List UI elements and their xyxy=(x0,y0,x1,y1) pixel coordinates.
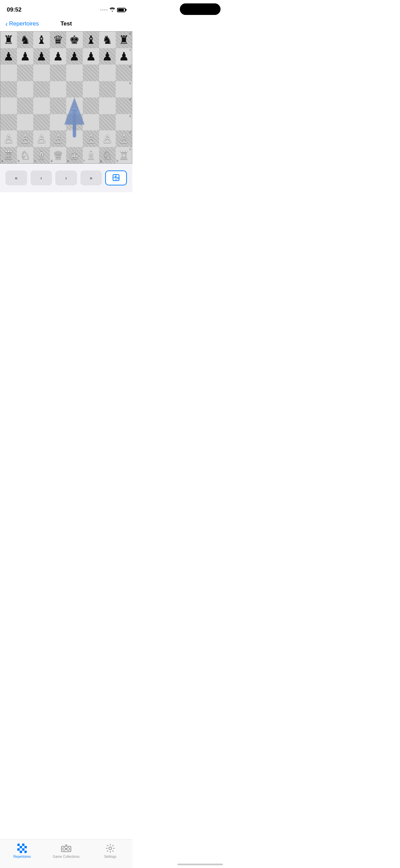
board-cell[interactable]: ♟ xyxy=(0,48,17,65)
board-cell[interactable]: ♜ xyxy=(0,32,17,48)
board-cell[interactable] xyxy=(50,81,66,98)
board-cell[interactable]: ♟ xyxy=(33,48,50,65)
next-icon: › xyxy=(65,175,67,181)
board-cell[interactable]: c♗ xyxy=(33,147,50,164)
board-cell[interactable] xyxy=(0,65,17,81)
board-cell[interactable]: ♟ xyxy=(66,48,83,65)
board-cell[interactable]: ♙ xyxy=(0,130,17,147)
board-cell[interactable]: 5 xyxy=(116,81,132,98)
page-title: Test xyxy=(60,20,72,27)
board-cell[interactable] xyxy=(99,81,116,98)
next-move-button[interactable]: › xyxy=(55,170,77,185)
status-icons xyxy=(100,7,126,13)
file-label: h xyxy=(117,160,118,163)
board-cell[interactable]: f♗ xyxy=(83,147,99,164)
board-cell[interactable] xyxy=(33,97,50,114)
first-icon: « xyxy=(15,175,18,181)
board-cell[interactable]: 3 xyxy=(116,114,132,131)
last-move-button[interactable]: » xyxy=(80,170,102,185)
board-cell[interactable] xyxy=(50,114,66,131)
board-cell[interactable]: a♖ xyxy=(0,147,17,164)
board-cell[interactable] xyxy=(50,97,66,114)
chess-piece: ♙ xyxy=(102,133,112,144)
board-cell[interactable]: ♙ xyxy=(33,130,50,147)
flip-icon: ▲ ▼ xyxy=(112,174,120,182)
chess-board[interactable]: ♜♞♝♛♚♝♞8♜♟♟♟♟♟♟♟7♟65♙43♙♙♙♙♙♙2♙a♖b♘c♗d♕e… xyxy=(0,31,132,164)
board-cell[interactable] xyxy=(17,81,34,98)
chess-piece: ♘ xyxy=(102,149,112,161)
board-cell[interactable]: 8♜ xyxy=(116,32,132,48)
chess-piece: ♙ xyxy=(36,133,46,144)
chess-piece: ♟ xyxy=(119,51,129,62)
chess-piece: ♖ xyxy=(3,149,14,161)
board-cell[interactable]: ♛ xyxy=(50,32,66,48)
rank-label: 8 xyxy=(129,32,131,35)
chess-piece: ♜ xyxy=(119,34,129,46)
board-cell[interactable] xyxy=(83,65,99,81)
board-cell[interactable]: ♞ xyxy=(99,32,116,48)
board-cell[interactable] xyxy=(66,114,83,131)
board-cell[interactable] xyxy=(33,65,50,81)
board-cell[interactable]: ♙ xyxy=(83,130,99,147)
board-cell[interactable]: ♟ xyxy=(17,48,34,65)
board-cell[interactable] xyxy=(83,81,99,98)
chess-piece: ♝ xyxy=(86,34,96,46)
board-cell[interactable] xyxy=(0,114,17,131)
board-cell[interactable] xyxy=(0,81,17,98)
rank-label: 7 xyxy=(129,49,131,52)
board-cell[interactable] xyxy=(99,65,116,81)
board-cell[interactable] xyxy=(33,81,50,98)
board-cell[interactable]: e♔ xyxy=(66,147,83,164)
board-cell[interactable]: ♚ xyxy=(66,32,83,48)
board-cell[interactable]: 2♙ xyxy=(116,130,132,147)
board-cell[interactable]: b♘ xyxy=(17,147,34,164)
board-cell[interactable] xyxy=(17,97,34,114)
board-cell[interactable] xyxy=(66,65,83,81)
board-cell[interactable]: 6 xyxy=(116,65,132,81)
back-button[interactable]: ‹ Repertoires xyxy=(5,20,39,28)
board-cell[interactable]: ♞ xyxy=(17,32,34,48)
board-cell[interactable] xyxy=(17,65,34,81)
board-cell[interactable]: ♟ xyxy=(50,48,66,65)
board-cell[interactable]: ♝ xyxy=(83,32,99,48)
board-cell[interactable]: d♕ xyxy=(50,147,66,164)
board-cell[interactable] xyxy=(83,97,99,114)
file-label: b xyxy=(18,160,20,163)
board-cell[interactable] xyxy=(33,114,50,131)
chess-piece: ♟ xyxy=(102,51,112,62)
chess-piece: ♗ xyxy=(86,149,96,161)
nav-bar: ‹ Repertoires Test xyxy=(0,18,132,31)
rank-label: 3 xyxy=(129,115,131,118)
last-icon: » xyxy=(90,175,92,181)
board-cell[interactable]: ♙ xyxy=(66,97,83,114)
board-cell[interactable]: 4 xyxy=(116,97,132,114)
status-time: 09:52 xyxy=(7,6,21,13)
flip-board-button[interactable]: ▲ ▼ xyxy=(105,170,127,185)
board-cell[interactable]: 1h♖ xyxy=(116,147,132,164)
first-move-button[interactable]: « xyxy=(5,170,27,185)
board-cell[interactable] xyxy=(99,114,116,131)
board-cell[interactable]: ♟ xyxy=(83,48,99,65)
chess-piece: ♙ xyxy=(69,100,79,111)
controls-bar: « ‹ › » ▲ ▼ xyxy=(0,164,132,192)
chess-piece: ♘ xyxy=(20,149,30,161)
board-cell[interactable] xyxy=(50,65,66,81)
rank-label: 1 xyxy=(129,148,131,151)
board-cell[interactable] xyxy=(66,130,83,147)
prev-move-button[interactable]: ‹ xyxy=(31,170,52,185)
board-cell[interactable] xyxy=(83,114,99,131)
board-cell[interactable]: ♙ xyxy=(50,130,66,147)
board-cell[interactable]: ♙ xyxy=(17,130,34,147)
chess-piece: ♟ xyxy=(20,51,30,62)
file-label: g xyxy=(100,160,102,163)
board-cell[interactable]: 7♟ xyxy=(116,48,132,65)
board-cell[interactable] xyxy=(0,97,17,114)
board-cell[interactable]: ♟ xyxy=(99,48,116,65)
board-cell[interactable]: g♘ xyxy=(99,147,116,164)
board-cell[interactable]: ♙ xyxy=(99,130,116,147)
board-cell[interactable]: ♝ xyxy=(33,32,50,48)
chess-piece: ♕ xyxy=(53,149,63,161)
board-cell[interactable] xyxy=(66,81,83,98)
board-cell[interactable] xyxy=(17,114,34,131)
board-cell[interactable] xyxy=(99,97,116,114)
